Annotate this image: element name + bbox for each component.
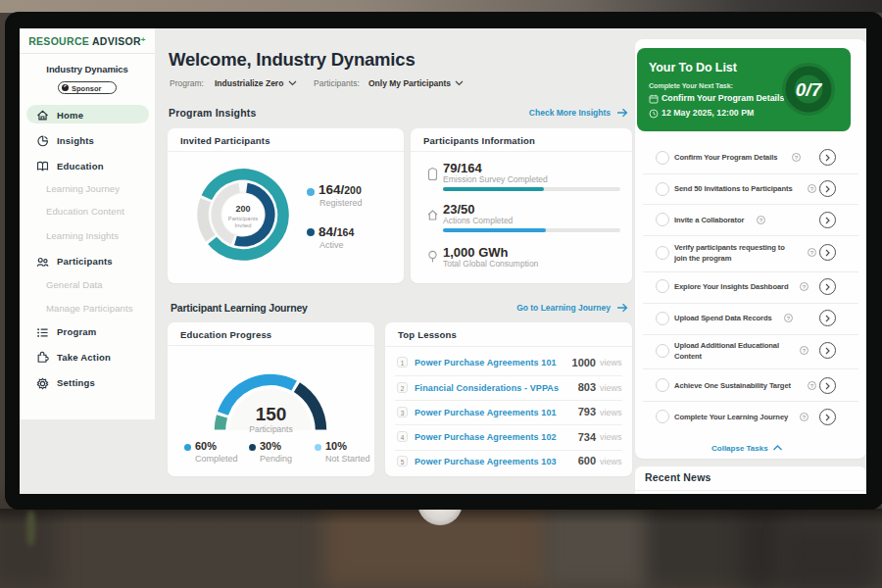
svg-text:200: 200 (235, 204, 250, 214)
svg-text:Invited: Invited (234, 222, 251, 228)
svg-text:0/7: 0/7 (796, 79, 823, 100)
svg-text:Participants: Participants (228, 216, 258, 221)
